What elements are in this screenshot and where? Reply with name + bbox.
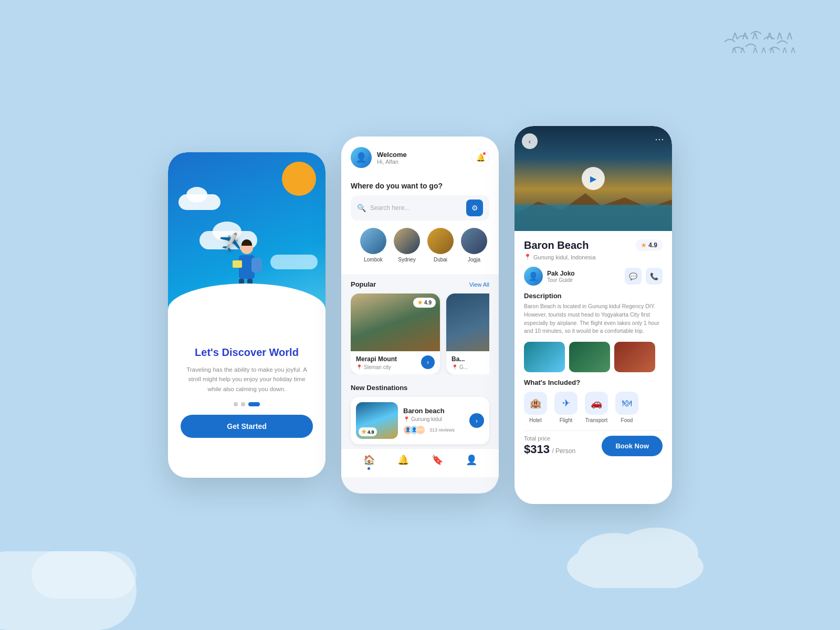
baron-info: Baron beach 📍 Gunung kidul 👤 👤 49+ 313 r… <box>403 407 464 435</box>
active-dot <box>368 467 370 470</box>
guide-avatar: 👤 <box>524 267 543 286</box>
dest-jogja[interactable]: Jogja <box>461 228 487 262</box>
dubai-image <box>427 228 454 254</box>
beach-hero-image: ‹ ⋯ ▶ <box>514 126 672 231</box>
nav-notifications-button[interactable]: 🔔 <box>397 454 409 470</box>
ba-name: Ba... <box>452 355 489 363</box>
get-started-button[interactable]: Get Started <box>181 415 313 438</box>
price-block: Total price $313 / Person <box>524 435 575 456</box>
place-location: 📍 Gunung kidul, Indonesia <box>524 254 663 260</box>
included-flight: ✈ Flight <box>554 392 578 423</box>
notification-bell-button[interactable]: 🔔 <box>471 149 489 166</box>
lombok-label: Lombok <box>364 257 383 262</box>
header-text: Welcome Hi, Alfan <box>377 151 471 165</box>
phone2-home: 👤 Welcome Hi, Alfan 🔔 Where do you want … <box>341 136 499 494</box>
per-person: / Person <box>552 447 575 455</box>
guide-text: Pak Joko Tour Guide <box>547 270 575 283</box>
description-text: Baron Beach is located in Gunung kidul R… <box>524 302 663 335</box>
popular-section: Popular View All ★ 4.9 Merapi Mount <box>341 274 499 379</box>
dest-sydney[interactable]: Sydney <box>394 228 420 262</box>
baron-rating-badge: ★ 4.9 <box>359 427 377 436</box>
phone2-header: 👤 Welcome Hi, Alfan 🔔 <box>341 136 499 175</box>
dot-1 <box>234 402 238 406</box>
jogja-image <box>461 228 487 254</box>
location-pin-icon: 📍 <box>356 364 362 370</box>
baron-name: Baron beach <box>403 407 464 415</box>
phone3-detail: ‹ ⋯ ▶ Baron Beach ★ 4.9 📍 Gunung kidul, … <box>514 126 672 504</box>
cloud3 <box>270 255 318 269</box>
new-destinations-section: New Destinations ★ 4.9 Baron beach 📍 Gun… <box>341 379 499 448</box>
dest-dubai[interactable]: Dubai <box>427 228 454 262</box>
ba-location: 📍 G... <box>452 364 489 370</box>
flight-icon: ✈ <box>554 392 578 415</box>
dot-3-active <box>248 402 260 406</box>
place-name: Baron Beach <box>524 239 589 251</box>
merapi-rating: 4.9 <box>424 300 432 306</box>
food-icon: 🍽 <box>615 392 638 415</box>
dest-lombok[interactable]: Lombok <box>360 228 386 262</box>
merapi-city: Sleman city <box>364 364 391 370</box>
phone3-body: Baron Beach ★ 4.9 📍 Gunung kidul, Indone… <box>514 231 672 504</box>
reviewer-3-plus: 49+ <box>416 425 425 435</box>
baron-location: 📍 Gunung kidul <box>403 416 464 422</box>
photo-2[interactable] <box>569 342 610 372</box>
place-location-text: Gunung kidul, Indonesia <box>533 254 596 260</box>
nav-home-button[interactable]: 🏠 <box>363 454 375 470</box>
hotel-icon: 🏨 <box>524 392 547 415</box>
rating-badge: ★ 4.9 <box>636 239 663 251</box>
nav-profile-button[interactable]: 👤 <box>466 454 477 470</box>
onboarding-title: Let's Discover World <box>195 346 299 359</box>
included-icons-row: 🏨 Hotel ✈ Flight 🚗 Transport 🍽 Food <box>524 392 663 423</box>
star-icon: ★ <box>417 299 423 306</box>
transport-label: Transport <box>585 417 607 423</box>
merapi-rating-badge: ★ 4.9 <box>413 298 436 308</box>
view-all-button[interactable]: View All <box>469 281 489 288</box>
merapi-next-button[interactable]: › <box>421 355 435 369</box>
ground-wave <box>168 284 326 336</box>
review-count: 313 reviews <box>429 427 455 433</box>
location-pin-icon4: 📍 <box>524 254 531 260</box>
search-section: Where do you want to go? 🔍 Search here..… <box>341 175 499 274</box>
background-cloud-right <box>562 520 709 588</box>
star-icon-detail: ★ <box>641 242 646 249</box>
user-avatar: 👤 <box>351 147 372 168</box>
filter-button[interactable]: ⚙ <box>466 200 483 216</box>
book-now-button[interactable]: Book Now <box>602 436 663 456</box>
hotel-label: Hotel <box>529 417 541 423</box>
whats-included-title: What's Included? <box>524 379 663 386</box>
more-options-button[interactable]: ⋯ <box>655 133 665 145</box>
photo-thumbnails <box>524 342 663 372</box>
birds-svg <box>719 24 803 60</box>
dubai-label: Dubai <box>434 257 447 262</box>
reviewer-avatars: 👤 👤 49+ <box>403 425 422 435</box>
baron-beach-card[interactable]: ★ 4.9 Baron beach 📍 Gunung kidul 👤 👤 <box>351 397 489 444</box>
popular-card-ba[interactable]: Ba... 📍 G... <box>446 293 489 374</box>
onboarding-subtitle: Traveling has the ability to make you jo… <box>181 365 313 394</box>
place-header: Baron Beach ★ 4.9 <box>524 239 663 251</box>
ba-image <box>446 293 489 351</box>
photo-1[interactable] <box>524 342 565 372</box>
svg-point-2 <box>614 528 698 580</box>
phones-container: ✈️ Let's Discover World Trav <box>0 0 840 630</box>
call-button[interactable]: 📞 <box>646 268 663 285</box>
dot-2 <box>241 402 245 406</box>
guide-actions: 💬 📞 <box>625 268 663 285</box>
search-icon: 🔍 <box>357 204 366 212</box>
total-label: Total price <box>524 435 575 442</box>
search-input[interactable]: Search here... <box>370 204 462 212</box>
cloud1 <box>178 194 220 210</box>
sydney-image <box>394 228 420 254</box>
pagination-dots <box>234 402 260 406</box>
back-button[interactable]: ‹ <box>522 133 538 149</box>
notification-dot <box>482 152 486 155</box>
baron-next-button[interactable]: › <box>469 413 484 428</box>
jogja-label: Jogja <box>468 257 480 262</box>
transport-icon: 🚗 <box>585 392 608 415</box>
chat-button[interactable]: 💬 <box>625 268 642 285</box>
popular-card-merapi[interactable]: ★ 4.9 Merapi Mount 📍 Sleman city › <box>351 293 440 374</box>
baron-city: Gunung kidul <box>411 416 442 422</box>
photo-3[interactable] <box>614 342 655 372</box>
ba-city: G... <box>459 364 468 370</box>
play-video-button[interactable]: ▶ <box>582 167 605 190</box>
nav-bookmarks-button[interactable]: 🔖 <box>432 454 443 470</box>
